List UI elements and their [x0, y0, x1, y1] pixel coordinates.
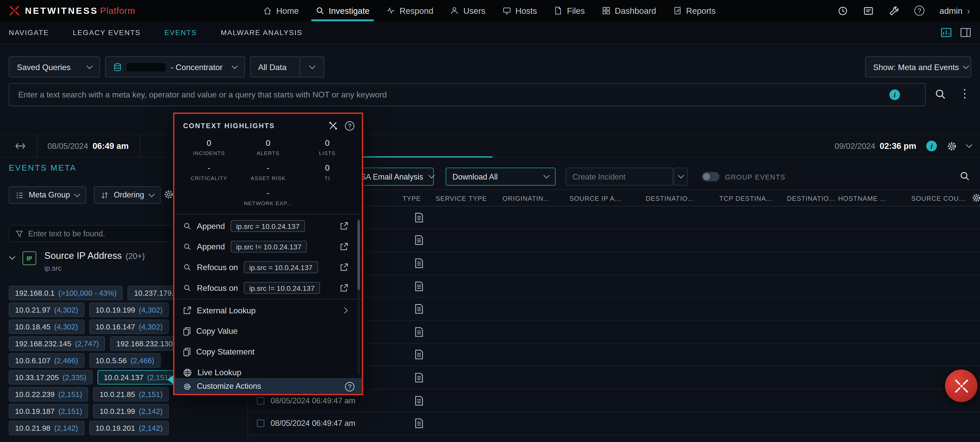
- stat-criticality[interactable]: -CRITICALITY: [180, 163, 239, 181]
- stat-ti[interactable]: 0TI: [298, 163, 357, 181]
- meta-value-pill[interactable]: 10.0.21.99(2,142): [93, 404, 169, 418]
- scrollbar-thumb[interactable]: [358, 220, 360, 290]
- column-header-hostname[interactable]: HOSTNAME ...: [838, 194, 911, 201]
- menu-item-append-not-equals[interactable]: Append ip.src != 10.0.24.137: [174, 236, 362, 257]
- open-in-new-tab-icon[interactable]: [340, 284, 348, 292]
- column-settings-gear-icon[interactable]: [972, 193, 980, 203]
- tab-navigate[interactable]: NAVIGATE: [0, 29, 61, 36]
- menu-item-copy-statement[interactable]: Copy Statement: [174, 341, 362, 362]
- nav-respond[interactable]: Respond: [386, 0, 433, 21]
- time-settings-gear-icon[interactable]: [947, 141, 957, 151]
- meta-value-pill-selected[interactable]: 10.0.24.137(2,151): [98, 370, 177, 385]
- menu-item-append-equals[interactable]: Append ip.src = 10.0.24.137: [174, 215, 362, 236]
- nav-files[interactable]: Files: [554, 0, 585, 21]
- time-info-icon[interactable]: i: [926, 141, 937, 152]
- stat-incidents[interactable]: 0INCIDENTS: [180, 138, 239, 156]
- nav-home[interactable]: Home: [263, 0, 299, 21]
- meta-group-source-ip[interactable]: IP Source IP Address(20+) ip.src: [10, 250, 145, 272]
- user-menu[interactable]: admin ›: [940, 5, 970, 16]
- ordering-dropdown[interactable]: Ordering: [94, 186, 161, 204]
- meta-value-pill[interactable]: 10.0.16.147(4,302): [89, 319, 169, 334]
- stat-asset-risk[interactable]: -ASSET RISK: [239, 163, 298, 181]
- menu-item-refocus-not-equals[interactable]: Refocus on ip.src != 10.0.24.137: [174, 278, 362, 298]
- menu-item-live-lookup[interactable]: Live Lookup: [174, 362, 362, 378]
- column-header-destination2[interactable]: DESTINATIO...: [787, 194, 838, 201]
- netwitness-logo[interactable]: NETWITNESS Platform: [0, 4, 135, 17]
- menu-item-external-lookup[interactable]: External Lookup: [174, 300, 362, 321]
- download-all-dropdown[interactable]: Download All: [445, 168, 555, 186]
- pivot-tools-icon[interactable]: [328, 121, 338, 131]
- nav-reports[interactable]: Reports: [673, 0, 716, 21]
- meta-value-pill[interactable]: 10.0.19.201(2,142): [89, 421, 169, 435]
- customize-help-icon[interactable]: ?: [345, 381, 354, 391]
- meta-value-pill[interactable]: 10.0.18.45(4,302): [9, 319, 84, 334]
- group-events-toggle[interactable]: [702, 172, 719, 181]
- column-header-source-ip[interactable]: SOURCE IP A...: [570, 194, 646, 201]
- jobs-icon[interactable]: [863, 5, 874, 16]
- chart-view-icon[interactable]: [941, 28, 952, 38]
- menu-item-copy-value[interactable]: Copy Value: [174, 321, 362, 341]
- open-in-new-tab-icon[interactable]: [340, 243, 348, 251]
- menu-item-refocus-equals[interactable]: Refocus on ip.src = 10.0.24.137: [174, 257, 362, 278]
- meta-value-pill[interactable]: 192.168.232.145(2,747): [9, 337, 105, 351]
- create-incident-button[interactable]: Create Incident: [566, 168, 673, 186]
- nav-users[interactable]: Users: [450, 0, 485, 21]
- context-help-icon[interactable]: ?: [345, 121, 354, 131]
- show-mode-dropdown[interactable]: Show: Meta and Events: [865, 56, 971, 78]
- create-incident-caret[interactable]: [674, 168, 687, 186]
- time-range-start[interactable]: 08/05/2024 06:49 am: [48, 141, 129, 151]
- timeline-handle-icon[interactable]: [15, 142, 26, 150]
- stat-alerts[interactable]: 0ALERTS: [239, 138, 298, 156]
- stat-network-exposure[interactable]: -NETWORK EXP...: [239, 188, 298, 206]
- meta-value-pill[interactable]: 10.0.19.187(2,151): [9, 404, 89, 418]
- query-options-kebab-icon[interactable]: ⋮: [959, 86, 970, 100]
- nav-dashboard[interactable]: Dashboard: [601, 0, 656, 21]
- nav-hosts[interactable]: Hosts: [502, 0, 537, 21]
- table-row[interactable]: 08/05/2024 06:49:47 am: [248, 412, 980, 435]
- column-header-tcp-destination[interactable]: TCP DESTINA...: [719, 194, 787, 201]
- saved-queries-dropdown[interactable]: Saved Queries: [9, 56, 100, 78]
- meta-value-pill[interactable]: 10.0.22.239(2,151): [9, 387, 89, 401]
- popup-scrollbar[interactable]: [358, 219, 360, 375]
- netwitness-assistant-fab[interactable]: [945, 370, 977, 402]
- collapse-chevron-icon[interactable]: [9, 254, 15, 260]
- column-header-source-country[interactable]: SOURCE COU...: [911, 194, 972, 201]
- query-search-input[interactable]: [18, 90, 889, 99]
- tab-malware-analysis[interactable]: MALWARE ANALYSIS: [209, 29, 315, 36]
- meta-value-pill[interactable]: 192.168.0.1(>100,000 - 43%): [9, 286, 123, 300]
- tab-legacy-events[interactable]: LEGACY EVENTS: [61, 29, 153, 36]
- meta-value-pill[interactable]: 10.0.21.97(4,302): [9, 303, 84, 317]
- column-header-service-type[interactable]: SERVICE TYPE: [436, 194, 503, 201]
- service-dropdown[interactable]: - Concentrator: [105, 56, 245, 78]
- tab-events[interactable]: EVENTS: [153, 29, 209, 36]
- meta-value-pill[interactable]: 10.0.6.107(2,466): [9, 353, 84, 367]
- time-range-end[interactable]: 09/02/2024 02:36 pm: [835, 141, 916, 151]
- time-scope-caret[interactable]: [299, 56, 325, 78]
- meta-value-pill[interactable]: 10.0.21.85(2,151): [93, 387, 169, 401]
- open-in-new-tab-icon[interactable]: [340, 222, 348, 230]
- meta-value-pill[interactable]: 10.0.19.199(4,302): [89, 303, 169, 317]
- nav-investigate[interactable]: Investigate: [316, 0, 370, 21]
- stat-lists[interactable]: 0LISTS: [298, 138, 357, 156]
- tools-icon[interactable]: [889, 5, 900, 16]
- menu-item-customize-actions[interactable]: Customize Actions ?: [174, 378, 362, 394]
- row-checkbox[interactable]: [257, 420, 264, 427]
- meta-settings-gear-icon[interactable]: [164, 190, 173, 199]
- query-info-icon[interactable]: i: [889, 89, 900, 100]
- timebar-collapse-icon[interactable]: [966, 142, 972, 148]
- meta-group-dropdown[interactable]: Meta Group: [9, 186, 86, 204]
- meta-value-pill[interactable]: 10.0.5.56(2,466): [89, 353, 161, 367]
- row-checkbox[interactable]: [257, 397, 264, 404]
- time-scope-button[interactable]: All Data: [250, 56, 300, 78]
- help-icon[interactable]: ?: [915, 6, 924, 16]
- panel-view-icon[interactable]: [960, 28, 971, 38]
- column-header-type[interactable]: TYPE: [402, 194, 436, 201]
- table-search-icon[interactable]: [959, 171, 970, 181]
- open-in-new-tab-icon[interactable]: [340, 263, 348, 271]
- analysis-profile-dropdown[interactable]: SA Email Analysis: [354, 168, 434, 186]
- column-header-destination[interactable]: DESTINATIO...: [646, 194, 719, 201]
- meta-value-pill[interactable]: 10.0.21.98(2,142): [9, 421, 84, 435]
- time-settings-icon[interactable]: [838, 5, 848, 16]
- meta-value-pill[interactable]: 10.33.17.205(2,335): [9, 370, 92, 385]
- search-icon[interactable]: [934, 88, 946, 100]
